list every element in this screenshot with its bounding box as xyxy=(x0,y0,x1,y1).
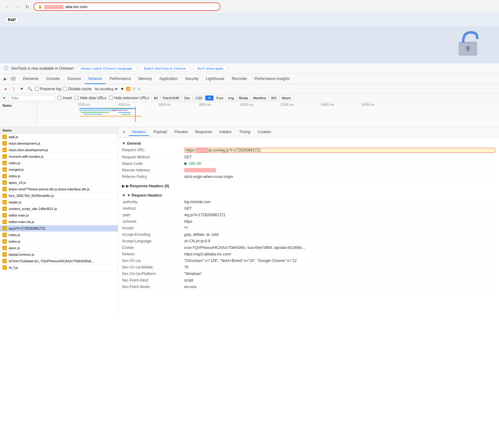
list-item[interactable]: JS react.development.js xyxy=(0,140,118,147)
tab-cookies[interactable]: Cookies xyxy=(254,128,274,136)
invert-checkbox[interactable] xyxy=(58,96,62,100)
filter-ws[interactable]: WS xyxy=(269,96,279,100)
switch-chinese-btn[interactable]: Switch DevTools to Chinese xyxy=(140,65,190,72)
list-item[interactable]: JS editor.main.js xyxy=(0,212,118,219)
general-section-header[interactable]: ▼ General xyxy=(122,140,495,147)
list-item[interactable]: JS index.js xyxy=(0,160,118,166)
list-item[interactable]: JS react-dom.development.js xyxy=(0,147,118,153)
item-name: baxiaCommon.js xyxy=(9,253,115,256)
remote-address-redacted: ████████████ xyxy=(184,168,216,172)
request-url-value[interactable]: https://████tat.com/eg.js?t=172828366172… xyxy=(184,148,495,153)
preserve-log-label[interactable]: Preserve log xyxy=(35,87,61,91)
hide-ext-urls-label[interactable]: Hide extension URLs xyxy=(109,96,149,100)
path-label: :path: xyxy=(122,213,184,217)
tab-network[interactable]: Network xyxy=(85,74,106,84)
tab-recorder[interactable]: Recorder xyxy=(228,74,251,84)
forward-button[interactable]: → xyxy=(14,3,21,11)
tab-console[interactable]: Console xyxy=(42,74,63,84)
list-item[interactable]: JS font_3581763_t5ri05mah6n.js xyxy=(0,193,118,199)
filter-js[interactable]: JS xyxy=(205,96,214,100)
clear-btn[interactable]: 〉 xyxy=(11,86,17,92)
browser-chrome: ← → ↻ 🔒 ████████aba-inc.com xyxy=(0,0,499,14)
list-item[interactable]: JS index.js xyxy=(0,238,118,245)
hide-ext-urls-checkbox[interactable] xyxy=(109,96,113,100)
tab-security[interactable]: Security xyxy=(181,74,202,84)
request-headers-section-header[interactable]: ▼ ▼ Request Headers xyxy=(122,192,495,199)
list-item[interactable]: JS editor.main.nls.js xyxy=(0,219,118,225)
filter-manifest[interactable]: Manifest xyxy=(251,96,268,100)
address-bar[interactable]: 🔒 ████████aba-inc.com xyxy=(34,2,220,11)
tab-headers[interactable]: Headers xyxy=(129,128,149,136)
devtools-icons: ▶ ⌫ xyxy=(2,76,19,82)
refresh-button[interactable]: ↻ xyxy=(24,3,31,11)
tab-perf-insights[interactable]: Performance insights xyxy=(251,74,293,84)
hide-data-urls-checkbox[interactable] xyxy=(75,96,79,100)
tab-preview[interactable]: Preview xyxy=(171,128,191,136)
disable-cache-checkbox[interactable] xyxy=(63,87,67,91)
list-item[interactable]: JS moment-with-locales.js xyxy=(0,153,118,160)
list-item-selected[interactable]: JS eg.js?t=1728283661721 xyxy=(0,225,118,232)
filter-all[interactable]: All xyxy=(152,96,160,100)
preserve-log-checkbox[interactable] xyxy=(35,87,39,91)
list-item[interactable]: JS content_script_vite-148e3621.js xyxy=(0,206,118,212)
accept-encoding-value: gzip, deflate, br, zstd xyxy=(184,232,495,237)
dont-show-btn[interactable]: Don't show again xyxy=(193,65,227,72)
hide-data-urls-label[interactable]: Hide data URLs xyxy=(75,96,106,100)
list-item[interactable]: JS awsc.js xyxy=(0,245,118,251)
network-list: Name JS wpk.js JS react.development.js J… xyxy=(0,127,118,314)
tl-8000: 8000 ms xyxy=(199,103,240,106)
tab-sources[interactable]: Sources xyxy=(63,74,85,84)
list-item[interactable]: JS aplus_v2.js xyxy=(0,180,118,186)
list-item[interactable]: JS merged.js xyxy=(0,166,118,173)
inspect-icon[interactable]: ▶ xyxy=(2,76,8,82)
disable-cache-label[interactable]: Disable cache xyxy=(63,87,91,91)
status-dot xyxy=(184,162,187,165)
throttle-dropdown-icon[interactable]: ▼ xyxy=(120,87,124,91)
device-icon[interactable]: ⌫ xyxy=(9,76,17,82)
tab-initiator[interactable]: Initiator xyxy=(216,128,235,136)
filter-media[interactable]: Media xyxy=(237,96,250,100)
item-name: itrace-next/??itrace-jserror.iife.js,itr… xyxy=(9,187,115,191)
tab-memory[interactable]: Memory xyxy=(135,74,156,84)
list-item[interactable]: JS baxiaCommon.js xyxy=(0,251,118,258)
headers-tabs: ✕ Headers Payload Preview Response Initi… xyxy=(118,127,499,138)
close-panel-btn[interactable]: ✕ xyxy=(121,129,128,135)
file-icon: JS xyxy=(2,148,7,152)
response-headers-section-header[interactable]: ▶ ▶ Response Headers (8) xyxy=(122,183,495,189)
record-btn[interactable]: ● xyxy=(2,86,9,92)
filter-fetch[interactable]: Fetch/XHR xyxy=(161,96,182,100)
filter-wasm[interactable]: Wasm xyxy=(279,96,293,100)
headers-content: ▼ General Request URL: https://████tat.c… xyxy=(118,138,499,293)
filter-toggle-btn[interactable]: ▼ xyxy=(19,86,25,92)
tl-4000: 4000 ms xyxy=(118,103,159,106)
tl-6000: 6000 ms xyxy=(159,103,199,106)
tab-elements[interactable]: Elements xyxy=(19,74,42,84)
invert-label[interactable]: Invert xyxy=(58,96,72,100)
remote-address-value: ████████████ xyxy=(184,168,495,172)
tab-performance[interactable]: Performance xyxy=(106,74,135,84)
filter-font[interactable]: Font xyxy=(214,96,225,100)
name-col-header: Name xyxy=(0,102,37,109)
list-item[interactable]: JS rp?ext=51&data=jm_YQvPHoousHICAXzcT0d… xyxy=(0,258,118,264)
back-button[interactable]: ← xyxy=(4,3,11,11)
always-match-btn[interactable]: Always match Chrome's language xyxy=(77,65,137,72)
tab-timing[interactable]: Timing xyxy=(236,128,254,136)
filter-css[interactable]: CSS xyxy=(193,96,205,100)
sec-ch-ua-mobile-label: Sec-Ch-Ua-Mobile: xyxy=(122,265,184,269)
tab-response[interactable]: Response xyxy=(192,128,215,136)
item-name: et_f.js xyxy=(9,266,115,269)
filter-doc[interactable]: Doc xyxy=(182,96,193,100)
list-item[interactable]: JS et_f.js xyxy=(0,264,118,271)
filter-input[interactable] xyxy=(8,95,55,101)
search-btn[interactable]: 🔍 xyxy=(27,86,33,92)
throttle-select[interactable]: No throttling xyxy=(94,87,119,91)
list-item[interactable]: JS loader.js xyxy=(0,199,118,206)
tab-application[interactable]: Application xyxy=(156,74,181,84)
list-item[interactable]: JS index.js xyxy=(0,232,118,238)
list-item[interactable]: JS itrace-next/??itrace-jserror.iife.js,… xyxy=(0,186,118,193)
tab-payload[interactable]: Payload xyxy=(150,128,170,136)
filter-img[interactable]: Img xyxy=(226,96,236,100)
list-item[interactable]: JS index.js xyxy=(0,173,118,180)
tab-lighthouse[interactable]: Lighthouse xyxy=(202,74,228,84)
list-item[interactable]: JS wpk.js xyxy=(0,134,118,140)
